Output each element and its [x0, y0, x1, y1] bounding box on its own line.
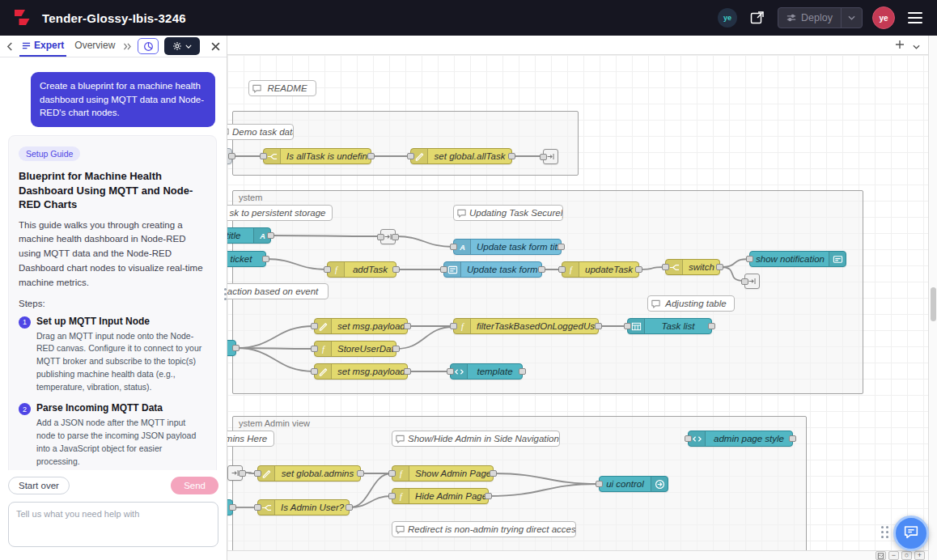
flow-node[interactable]: Am title [227, 227, 271, 244]
input-port[interactable] [741, 278, 748, 285]
flow-node[interactable]: set global.admins [257, 465, 361, 482]
flow-node[interactable] [227, 499, 233, 515]
scrollbar-thumb[interactable] [931, 287, 936, 321]
input-port[interactable] [624, 323, 631, 329]
chevron-double-icon[interactable] [123, 43, 132, 50]
output-port[interactable] [262, 256, 269, 262]
output-port[interactable] [485, 493, 492, 499]
comment-node[interactable]: Show/Hide Admin in Side Navigation [392, 431, 560, 447]
comment-node[interactable]: Demo task data [227, 124, 294, 140]
flow-node[interactable]: fupdateTask [562, 261, 639, 278]
output-port[interactable] [635, 266, 642, 273]
zoom-out-icon[interactable]: − [888, 551, 899, 560]
deploy-button[interactable]: Deploy [778, 7, 863, 28]
output-port[interactable] [228, 153, 235, 159]
output-port[interactable] [367, 153, 375, 159]
flow-node[interactable]: faddTask [327, 261, 396, 278]
flow-node[interactable]: template [450, 363, 523, 380]
comment-node[interactable]: action based on event [227, 283, 329, 299]
input-port[interactable] [377, 234, 384, 240]
input-port[interactable] [450, 244, 457, 250]
output-port[interactable] [267, 232, 274, 239]
flow-node[interactable]: switch [665, 259, 720, 275]
assistant-conversation[interactable]: Create a blueprint for a machine health … [0, 57, 227, 470]
output-port[interactable] [595, 323, 602, 329]
back-icon[interactable] [6, 42, 14, 51]
flow-node[interactable]: ffilterTaskBasedOnLoggedUser [453, 318, 599, 334]
comment-node[interactable]: README [248, 80, 316, 96]
assistant-fab-button[interactable] [893, 515, 929, 551]
flow-list-caret-icon[interactable] [913, 38, 920, 53]
output-port[interactable] [404, 368, 411, 375]
add-flow-icon[interactable] [895, 38, 905, 53]
flow-node[interactable]: show notification [749, 251, 846, 267]
output-port[interactable] [558, 244, 565, 250]
comment-node[interactable]: Redirect is non-admin trying direct acce… [392, 521, 576, 537]
flow-node[interactable]: Task list [627, 318, 712, 334]
horizontal-scrollbar[interactable]: − ○ + [227, 550, 928, 560]
input-port[interactable] [388, 493, 396, 499]
flow-node[interactable]: ticket [227, 251, 266, 267]
input-port[interactable] [311, 368, 318, 375]
comment-node[interactable]: mins Here [227, 431, 274, 447]
input-port[interactable] [746, 256, 753, 262]
user-avatar[interactable]: ye [872, 6, 895, 29]
output-port[interactable] [716, 264, 723, 270]
input-port[interactable] [311, 346, 318, 352]
flow-node[interactable] [543, 149, 558, 164]
output-port[interactable] [232, 345, 240, 351]
input-port[interactable] [311, 323, 318, 329]
settings-dropdown-button[interactable] [164, 37, 200, 55]
flow-node[interactable]: set global.allTask [410, 148, 512, 164]
pie-chart-icon[interactable] [138, 38, 159, 54]
output-port[interactable] [708, 323, 715, 329]
flow-node[interactable]: set msg.payload [314, 363, 408, 380]
tab-expert[interactable]: Expert [19, 36, 66, 57]
flow-node[interactable]: Update task form [443, 261, 542, 278]
input-port[interactable] [260, 153, 267, 159]
flow-node[interactable]: fHide Admin Page [392, 488, 489, 504]
minimap-icon[interactable] [876, 551, 886, 560]
output-port[interactable] [229, 504, 236, 511]
assistant-input[interactable] [8, 502, 218, 547]
output-port[interactable] [490, 470, 497, 477]
input-port[interactable] [324, 266, 331, 273]
output-port[interactable] [239, 470, 246, 477]
flow-node[interactable] [227, 340, 236, 356]
flow-group[interactable] [232, 111, 579, 176]
fab-drag-handle[interactable] [881, 526, 888, 538]
open-editor-icon[interactable] [747, 8, 768, 28]
input-port[interactable] [254, 504, 261, 511]
close-icon[interactable] [211, 42, 220, 51]
output-port[interactable] [392, 346, 400, 352]
input-port[interactable] [596, 481, 603, 487]
start-over-button[interactable]: Start over [8, 477, 70, 494]
input-port[interactable] [558, 266, 566, 273]
flow-canvas[interactable]: ystemystem Admin viewREADMEDemo task dat… [227, 55, 928, 550]
send-button[interactable]: Send [171, 477, 218, 494]
team-avatar[interactable]: ye [718, 8, 737, 28]
tab-overview[interactable]: Overview [72, 36, 117, 57]
flow-node[interactable]: AUpdate task form title [453, 239, 562, 255]
flow-node[interactable]: fShow Admin Page [392, 465, 494, 482]
input-port[interactable] [540, 154, 547, 160]
output-port[interactable] [392, 234, 399, 240]
flow-node[interactable]: admin page style [688, 431, 793, 447]
zoom-reset-icon[interactable]: ○ [901, 551, 912, 560]
flow-node[interactable]: ui control [599, 476, 668, 492]
flow-node[interactable]: set msg.payload [314, 318, 408, 334]
flow-node[interactable]: Is allTask is undefined [263, 148, 371, 164]
comment-node[interactable]: Updating Task Securely [453, 205, 563, 221]
output-port[interactable] [357, 470, 364, 477]
output-port[interactable] [392, 266, 400, 273]
deploy-caret-icon[interactable] [841, 8, 862, 28]
input-port[interactable] [388, 470, 396, 477]
menu-icon[interactable] [905, 9, 926, 27]
panel-resize-handle[interactable] [224, 288, 227, 300]
output-port[interactable] [538, 266, 545, 273]
flow-node[interactable] [227, 465, 243, 481]
output-port[interactable] [789, 435, 796, 442]
comment-node[interactable]: sk to persistent storage [227, 205, 333, 221]
output-port[interactable] [404, 323, 411, 329]
flow-node[interactable]: Is Admin User? [257, 499, 350, 515]
